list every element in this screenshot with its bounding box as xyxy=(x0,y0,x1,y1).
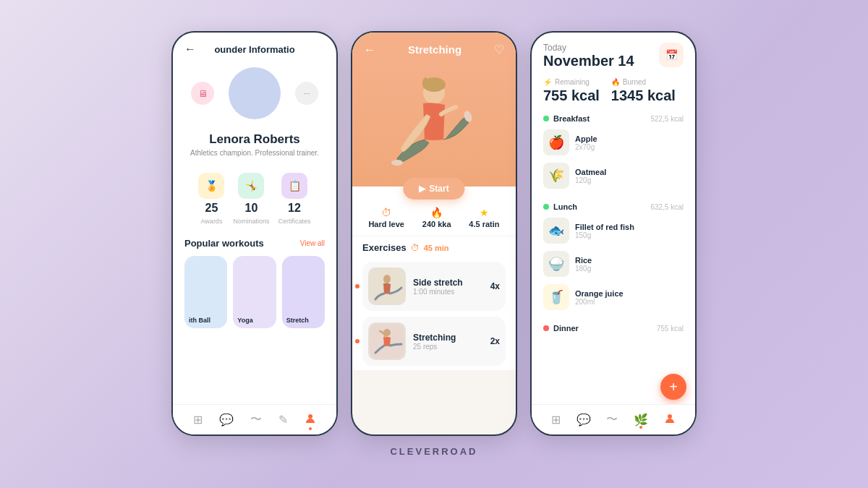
exercise-2-detail: 25 reps xyxy=(413,343,483,351)
p2-title: Stretching xyxy=(375,43,494,56)
lunch-kcal: 632,5 kcal xyxy=(650,203,684,211)
start-button[interactable]: ▶ Start xyxy=(403,178,464,200)
nominations-label: Nominations xyxy=(233,218,269,225)
juice-weight: 200ml xyxy=(575,298,624,306)
nav-chat[interactable]: 💬 xyxy=(219,413,234,427)
meal-list: Breakfast 522,5 kcal 🍎 Apple 2x70g 🌾 Oat… xyxy=(532,111,695,386)
calendar-button[interactable]: 📅 xyxy=(659,43,684,67)
svg-point-0 xyxy=(308,414,312,419)
avatar xyxy=(229,67,281,119)
oatmeal-img: 🌾 xyxy=(543,163,569,189)
nav-activity[interactable]: 〜 xyxy=(250,412,262,427)
add-food-button[interactable]: + xyxy=(660,374,686,400)
workouts-title: Popular workouts xyxy=(184,238,264,249)
meal-dinner: Dinner 755 kcal xyxy=(543,321,684,335)
nav-dot xyxy=(309,427,312,430)
p3-bottom-nav: ⊞ 💬 〜 🌿 xyxy=(532,404,695,435)
p2-favorite-button[interactable]: ♡ xyxy=(494,43,504,56)
p3-profile-icon xyxy=(664,413,676,424)
p3-nav-profile[interactable] xyxy=(664,413,676,427)
remaining-value: 755 kcal xyxy=(543,87,600,104)
awards-icon: 🏅 xyxy=(198,173,224,199)
exercises-title: Exercises xyxy=(362,242,407,253)
apple-info: Apple 2x70g xyxy=(575,134,597,151)
p3-header: Today November 14 📅 xyxy=(532,33,695,75)
more-dots: ··· xyxy=(304,90,310,98)
exercise-1-reps: 4x xyxy=(490,281,500,291)
certificates-icon: 📋 xyxy=(281,173,307,199)
side-stretch-image xyxy=(370,269,404,304)
apple-img: 🍎 xyxy=(543,129,569,155)
juice-img: 🥤 xyxy=(543,284,569,310)
p3-date-section: Today November 14 xyxy=(543,43,634,69)
nav-profile[interactable] xyxy=(305,413,316,427)
exercise-2-reps: 2x xyxy=(490,336,500,346)
p3-date-big: November 14 xyxy=(543,53,634,69)
stat-level: ⏱ Hard leve xyxy=(368,207,404,228)
food-rice[interactable]: 🍚 Rice 180g xyxy=(543,247,684,281)
exercise-1-name: Side stretch xyxy=(413,278,483,288)
workout-label-yoga: Yoga xyxy=(237,317,252,324)
workout-card-ball[interactable]: ith Ball xyxy=(184,256,227,328)
exercise-list: Side stretch 1:00 minutes 4x xyxy=(352,257,516,370)
p3-nav-dot xyxy=(639,426,642,429)
media-icon-btn[interactable]: 🖥 xyxy=(191,82,214,105)
play-icon: ▶ xyxy=(419,184,425,194)
exercise-item-side-stretch[interactable]: Side stretch 1:00 minutes 4x xyxy=(362,262,506,311)
svg-point-9 xyxy=(668,414,672,419)
workout-card-stretch[interactable]: Stretch xyxy=(282,256,325,328)
fish-weight: 150g xyxy=(575,231,634,239)
profile-icon xyxy=(305,413,316,424)
p1-header: ← ounder Informatio xyxy=(173,33,336,61)
food-apple[interactable]: 🍎 Apple 2x70g xyxy=(543,126,684,159)
certificates-label: Certificates xyxy=(278,218,311,225)
fish-name: Fillet of red fish xyxy=(575,223,634,231)
food-fish[interactable]: 🐟 Fillet of red fish 150g xyxy=(543,214,684,247)
food-oatmeal[interactable]: 🌾 Oatmeal 120g xyxy=(543,159,684,192)
nav-grid[interactable]: ⊞ xyxy=(193,413,203,427)
exercise-img-1 xyxy=(368,267,406,305)
food-juice[interactable]: 🥤 Orange juice 200ml xyxy=(543,281,684,314)
meal-breakfast: Breakfast 522,5 kcal 🍎 Apple 2x70g 🌾 Oat… xyxy=(543,111,684,192)
meal-lunch: Lunch 632,5 kcal 🐟 Fillet of red fish 15… xyxy=(543,200,684,314)
burned-label: 🔥 Burned xyxy=(611,78,676,86)
rating-value: 4.5 ratin xyxy=(469,220,499,228)
level-value: Hard leve xyxy=(368,220,404,228)
athlete-image xyxy=(387,74,481,187)
certificates-value: 12 xyxy=(288,202,301,215)
exercise-item-stretching[interactable]: Stretching 25 reps 2x xyxy=(362,317,506,366)
workout-label-ball: ith Ball xyxy=(189,317,210,324)
dinner-header: Dinner 755 kcal xyxy=(543,321,684,335)
nominations-icon: 🤸 xyxy=(238,173,264,199)
p2-back-button[interactable]: ← xyxy=(364,43,375,56)
stat-rating: ★ 4.5 ratin xyxy=(469,207,499,228)
fire-icon: 🔥 xyxy=(430,207,443,218)
p3-nav-leaf[interactable]: 🌿 xyxy=(634,413,648,427)
exercise-1-info: Side stretch 1:00 minutes xyxy=(413,278,483,296)
exercise-dot-1 xyxy=(355,284,359,288)
profile-icons-row: 🖥 ··· xyxy=(191,67,318,119)
oatmeal-name: Oatmeal xyxy=(575,168,606,176)
more-icon-btn[interactable]: ··· xyxy=(295,82,318,105)
exercises-duration: 45 min xyxy=(424,244,449,252)
p3-nav-grid[interactable]: ⊞ xyxy=(551,413,561,427)
timer-icon: ⏱ xyxy=(411,243,420,253)
kcal-remaining: ⚡ Remaining 755 kcal xyxy=(543,78,600,104)
p3-nav-activity[interactable]: 〜 xyxy=(606,412,618,427)
rice-info: Rice 180g xyxy=(575,256,592,273)
burned-value: 1345 kcal xyxy=(611,87,676,104)
p3-nav-chat[interactable]: 💬 xyxy=(576,413,591,427)
dinner-title: Dinner xyxy=(553,324,652,333)
p2-hero: ▶ Start xyxy=(352,56,516,187)
stat-nominations: 🤸 10 Nominations xyxy=(233,173,269,225)
dinner-kcal: 755 kcal xyxy=(657,325,684,333)
stat-calories: 🔥 240 kkа xyxy=(422,207,451,228)
avatar-section: 🖥 ··· Lenora Roberts Athletics champion.… xyxy=(173,61,336,166)
star-icon: ★ xyxy=(480,207,489,218)
nav-leaf[interactable]: ✎ xyxy=(278,413,288,427)
rice-img: 🍚 xyxy=(543,251,569,277)
view-all-button[interactable]: View all xyxy=(300,239,325,247)
oatmeal-weight: 120g xyxy=(575,176,606,184)
lunch-dot xyxy=(543,204,549,210)
workout-card-yoga[interactable]: Yoga xyxy=(233,256,276,328)
